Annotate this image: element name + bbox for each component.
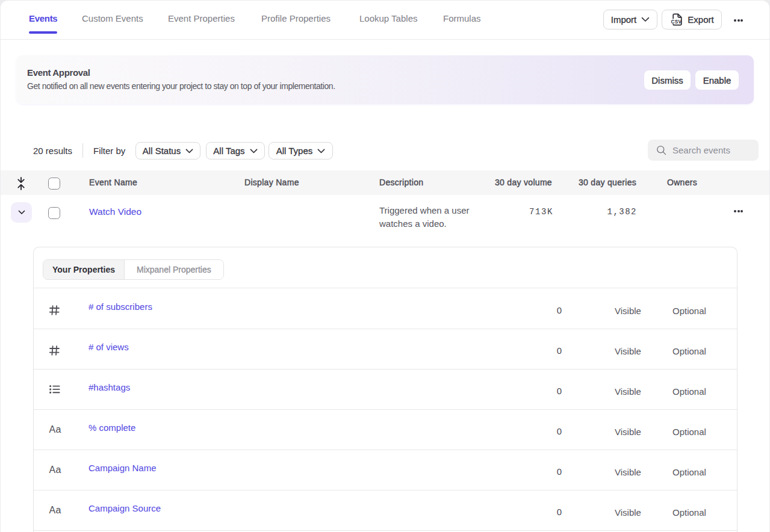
svg-text:CSV: CSV bbox=[671, 19, 682, 25]
